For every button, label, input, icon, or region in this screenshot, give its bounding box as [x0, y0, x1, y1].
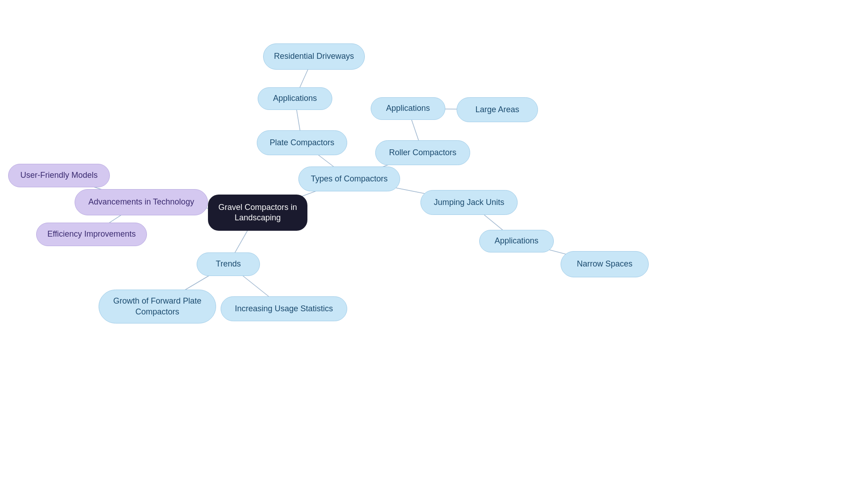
center-node[interactable]: Gravel Compactors in Landscaping: [208, 195, 307, 231]
increasing-usage-label: Increasing Usage Statistics: [231, 304, 336, 314]
user-friendly-label: User-Friendly Models: [17, 170, 101, 181]
residential-driveways-node[interactable]: Residential Driveways: [263, 43, 365, 70]
efficiency-label: Efficiency Improvements: [44, 229, 140, 239]
applications-plate-node[interactable]: Applications: [258, 87, 332, 110]
roller-compactors-label: Roller Compactors: [385, 147, 460, 158]
efficiency-node[interactable]: Efficiency Improvements: [36, 223, 147, 246]
large-areas-node[interactable]: Large Areas: [457, 97, 538, 122]
narrow-spaces-node[interactable]: Narrow Spaces: [561, 251, 649, 277]
increasing-usage-node[interactable]: Increasing Usage Statistics: [221, 296, 347, 321]
types-compactors-label: Types of Compactors: [307, 174, 391, 184]
user-friendly-node[interactable]: User-Friendly Models: [8, 164, 110, 187]
jumping-jack-node[interactable]: Jumping Jack Units: [420, 190, 518, 215]
plate-compactors-node[interactable]: Plate Compactors: [257, 130, 347, 155]
trends-node[interactable]: Trends: [197, 252, 260, 276]
jumping-jack-label: Jumping Jack Units: [430, 197, 508, 208]
growth-forward-node[interactable]: Growth of Forward Plate Compactors: [99, 290, 216, 323]
plate-compactors-label: Plate Compactors: [266, 138, 338, 148]
narrow-spaces-label: Narrow Spaces: [573, 259, 636, 269]
advancements-node[interactable]: Advancements in Technology: [75, 189, 208, 215]
applications-roller-label: Applications: [382, 103, 434, 114]
advancements-label: Advancements in Technology: [85, 197, 198, 207]
roller-compactors-node[interactable]: Roller Compactors: [375, 140, 470, 165]
residential-driveways-label: Residential Driveways: [270, 51, 358, 62]
applications-jumping-label: Applications: [491, 236, 542, 246]
applications-jumping-node[interactable]: Applications: [479, 230, 554, 252]
applications-roller-node[interactable]: Applications: [371, 97, 445, 120]
center-label: Gravel Compactors in Landscaping: [215, 202, 301, 224]
trends-label: Trends: [212, 259, 244, 269]
large-areas-label: Large Areas: [472, 105, 523, 115]
types-compactors-node[interactable]: Types of Compactors: [298, 167, 400, 191]
growth-forward-label: Growth of Forward Plate Compactors: [109, 296, 205, 317]
applications-plate-label: Applications: [269, 93, 321, 104]
